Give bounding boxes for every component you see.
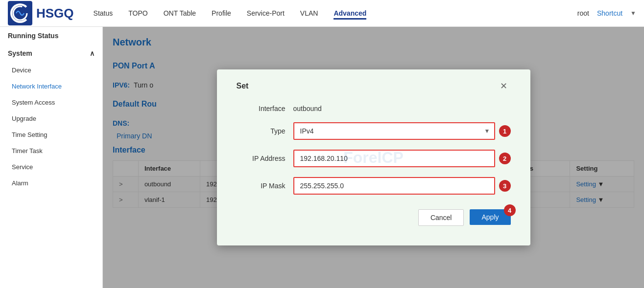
nav-user: root bbox=[577, 9, 589, 17]
sidebar-item-service[interactable]: Service bbox=[0, 159, 102, 175]
nav-status[interactable]: Status bbox=[94, 7, 113, 19]
nav-service-port[interactable]: Service-Port bbox=[247, 7, 285, 19]
cancel-button[interactable]: Cancel bbox=[418, 209, 464, 226]
ip-mask-input[interactable] bbox=[293, 177, 495, 195]
sidebar-item-upgrade[interactable]: Upgrade bbox=[0, 111, 102, 127]
form-row-ip-address: IP Address 2 bbox=[237, 150, 511, 167]
interface-value: outbound bbox=[293, 105, 322, 112]
form-row-type: Type IPv4 IPv6 ▼ 1 bbox=[237, 122, 511, 140]
type-select[interactable]: IPv4 IPv6 bbox=[293, 122, 495, 140]
modal-close-button[interactable]: ✕ bbox=[497, 79, 511, 93]
interface-label: Interface bbox=[237, 105, 286, 112]
layout: Running Status System ∧ Device Network I… bbox=[0, 27, 644, 288]
modal-footer: Cancel Apply 4 bbox=[237, 209, 511, 226]
sidebar-item-system-access[interactable]: System Access bbox=[0, 94, 102, 111]
type-select-wrap: IPv4 IPv6 ▼ bbox=[293, 122, 495, 140]
modal-title: Set bbox=[237, 82, 249, 90]
nav-shortcut[interactable]: Shortcut bbox=[597, 9, 622, 17]
nav-ont-table[interactable]: ONT Table bbox=[164, 7, 196, 19]
running-status-item[interactable]: Running Status bbox=[0, 27, 102, 44]
svg-point-0 bbox=[13, 6, 27, 20]
shortcut-arrow-icon: ▼ bbox=[630, 10, 636, 17]
step-badge-1: 1 bbox=[499, 125, 511, 137]
step-badge-4: 4 bbox=[504, 204, 516, 216]
ip-address-input[interactable] bbox=[293, 150, 495, 167]
modal-set: ForelCP Set ✕ Interface outbound Type IP… bbox=[217, 69, 530, 245]
step-badge-3: 3 bbox=[499, 180, 511, 192]
form-row-ip-mask: IP Mask 3 bbox=[237, 177, 511, 195]
apply-wrap: Apply 4 bbox=[470, 209, 510, 226]
modal-header: Set ✕ bbox=[237, 79, 511, 93]
system-section[interactable]: System ∧ bbox=[0, 44, 102, 62]
nav-topo[interactable]: TOPO bbox=[128, 7, 147, 19]
form-row-interface: Interface outbound bbox=[237, 105, 511, 112]
modal-overlay: ForelCP Set ✕ Interface outbound Type IP… bbox=[103, 27, 644, 288]
nav-advanced[interactable]: Advanced bbox=[334, 7, 366, 20]
step-badge-2: 2 bbox=[499, 153, 511, 164]
system-collapse-icon: ∧ bbox=[90, 49, 95, 57]
main-content: Network PON Port A IPV6: Turn o Default … bbox=[103, 27, 644, 288]
sidebar-item-network-interface[interactable]: Network Interface bbox=[0, 78, 102, 94]
logo-area: HSGQ bbox=[8, 1, 74, 25]
nav-vlan[interactable]: VLAN bbox=[300, 7, 318, 19]
ip-mask-label: IP Mask bbox=[237, 182, 286, 190]
sidebar-item-timer-task[interactable]: Timer Task bbox=[0, 143, 102, 159]
sidebar-item-alarm[interactable]: Alarm bbox=[0, 175, 102, 191]
top-nav: HSGQ Status TOPO ONT Table Profile Servi… bbox=[0, 0, 644, 27]
ip-address-label: IP Address bbox=[237, 155, 286, 162]
sidebar-item-device[interactable]: Device bbox=[0, 62, 102, 78]
nav-right: root Shortcut ▼ bbox=[577, 9, 636, 17]
sidebar-item-time-setting[interactable]: Time Setting bbox=[0, 127, 102, 143]
nav-links: Status TOPO ONT Table Profile Service-Po… bbox=[94, 7, 577, 20]
logo-text: HSGQ bbox=[36, 6, 74, 21]
logo-icon bbox=[8, 1, 32, 25]
sidebar: Running Status System ∧ Device Network I… bbox=[0, 27, 103, 288]
type-label: Type bbox=[237, 127, 286, 135]
nav-profile[interactable]: Profile bbox=[212, 7, 231, 19]
